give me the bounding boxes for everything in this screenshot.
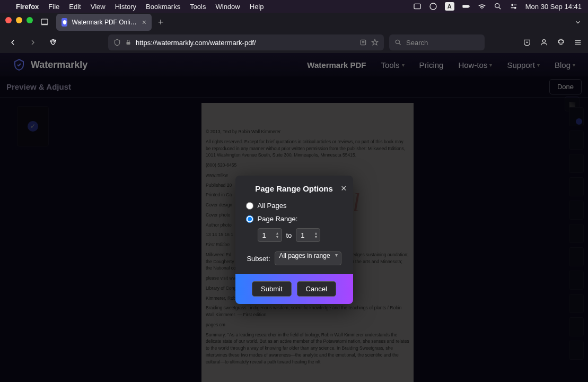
radio-page-range-label: Page Range:: [258, 215, 298, 223]
svg-point-7: [514, 7, 516, 9]
svg-point-4: [495, 4, 499, 8]
nav-support[interactable]: Support▾: [507, 60, 540, 70]
svg-point-18: [542, 40, 545, 42]
browser-urlbar: https://watermarkly.com/watermark-pdf/ S…: [0, 32, 588, 53]
reader-mode-icon[interactable]: [359, 39, 367, 46]
menu-history[interactable]: History: [115, 3, 136, 11]
new-tab-button[interactable]: +: [158, 17, 164, 28]
main-area: ✓ ginal © 2013, Text by Robin Wall Kimme…: [0, 98, 588, 382]
menu-help[interactable]: Help: [250, 3, 264, 11]
brand[interactable]: Watermarkly: [13, 58, 87, 71]
tab-close-button[interactable]: ×: [142, 18, 146, 27]
range-to-value: 1: [301, 231, 304, 239]
window-traffic-lights: [5, 17, 33, 23]
status-input-icon[interactable]: A: [445, 2, 454, 11]
window-close-button[interactable]: [5, 17, 12, 23]
modal-overlay: Page Range Options × All Pages Page Rang…: [0, 98, 588, 382]
modal-close-button[interactable]: ×: [341, 183, 347, 194]
range-from-value: 1: [262, 231, 266, 239]
hamburger-menu-icon[interactable]: [573, 38, 583, 47]
svg-rect-3: [469, 6, 469, 7]
tab-favicon-icon: [62, 18, 67, 27]
menu-window[interactable]: Window: [216, 3, 240, 11]
svg-rect-12: [127, 42, 130, 45]
chevron-down-icon: ▾: [573, 62, 575, 68]
chevron-down-icon: ▾: [537, 62, 540, 68]
menu-file[interactable]: File: [48, 3, 59, 11]
range-to-input[interactable]: 1 ▲▼: [296, 228, 320, 242]
nav-tools[interactable]: Tools▾: [381, 60, 405, 70]
spinner-down-icon[interactable]: ▼: [276, 235, 279, 239]
radio-page-range-input[interactable]: [246, 215, 253, 223]
url-text: https://watermarkly.com/watermark-pdf/: [136, 39, 355, 47]
status-timer-icon[interactable]: [429, 2, 437, 11]
spinner-up-icon[interactable]: ▲: [314, 231, 318, 235]
window-zoom-button[interactable]: [27, 17, 33, 23]
shield-icon[interactable]: [113, 39, 121, 46]
svg-point-1: [430, 3, 436, 10]
menu-view[interactable]: View: [91, 3, 106, 11]
status-wifi-icon[interactable]: [478, 2, 486, 11]
app-header: Watermarkly Watermark PDF Tools▾ Pricing…: [0, 53, 588, 76]
nav-back-button[interactable]: [5, 35, 20, 50]
nav-blog[interactable]: Blog▾: [555, 60, 575, 70]
status-battery-icon[interactable]: [462, 2, 470, 11]
svg-rect-0: [414, 4, 420, 8]
nav-reload-button[interactable]: [46, 35, 60, 50]
page-title: Preview & Adjust: [6, 82, 71, 91]
cancel-button[interactable]: Cancel: [297, 281, 336, 297]
nav-howtos[interactable]: How-tos▾: [458, 60, 492, 70]
spinner-down-icon[interactable]: ▼: [314, 235, 318, 239]
brand-text: Watermarkly: [31, 59, 87, 71]
done-button[interactable]: Done: [549, 79, 582, 94]
radio-all-pages-label: All Pages: [258, 202, 287, 210]
spinner-up-icon[interactable]: ▲: [276, 231, 279, 235]
radio-all-pages[interactable]: All Pages: [246, 202, 343, 210]
macos-menubar: Firefox File Edit View History Bookmarks…: [0, 0, 588, 13]
menubar-datetime[interactable]: Mon 30 Sep 14:41: [525, 3, 582, 11]
url-input[interactable]: https://watermarkly.com/watermark-pdf/: [108, 34, 384, 50]
menu-bookmarks[interactable]: Bookmarks: [146, 3, 180, 11]
status-screenshot-icon[interactable]: [413, 2, 422, 11]
bookmark-star-icon[interactable]: [371, 39, 379, 46]
range-to-label: to: [286, 231, 292, 239]
subset-select[interactable]: All pages in range ▾: [275, 251, 341, 265]
svg-rect-2: [462, 5, 469, 7]
status-control-center-icon[interactable]: [510, 2, 518, 11]
modal-title: Page Range Options: [255, 184, 333, 193]
brand-shield-icon: [13, 58, 25, 71]
radio-page-range[interactable]: Page Range:: [246, 215, 343, 223]
tabs-dropdown-button[interactable]: [574, 19, 582, 26]
menubar-app-name[interactable]: Firefox: [16, 3, 39, 11]
search-placeholder: Search: [406, 39, 428, 47]
pocket-icon[interactable]: [522, 38, 532, 47]
nav-pricing[interactable]: Pricing: [419, 60, 444, 70]
range-from-input[interactable]: 1 ▲▼: [258, 228, 282, 242]
svg-line-5: [499, 7, 501, 9]
subset-value: All pages in range: [279, 252, 330, 259]
tab-title: Watermark PDF Online| Free PD: [72, 19, 137, 26]
nav-watermark-pdf[interactable]: Watermark PDF: [307, 60, 366, 70]
extensions-icon[interactable]: [556, 38, 566, 47]
svg-line-17: [399, 44, 401, 45]
svg-point-16: [396, 40, 399, 44]
lock-icon[interactable]: [125, 39, 131, 46]
page-range-modal: Page Range Options × All Pages Page Rang…: [235, 176, 353, 304]
account-icon[interactable]: [539, 38, 549, 47]
sub-header: Preview & Adjust Done: [0, 76, 588, 98]
status-search-icon[interactable]: [494, 2, 502, 11]
search-icon: [394, 39, 402, 46]
menu-tools[interactable]: Tools: [190, 3, 206, 11]
browser-tab[interactable]: Watermark PDF Online| Free PD ×: [56, 14, 152, 31]
window-minimize-button[interactable]: [16, 17, 22, 23]
browser-tabbar: Watermark PDF Online| Free PD × +: [0, 13, 588, 32]
svg-rect-10: [41, 19, 48, 24]
radio-all-pages-input[interactable]: [246, 202, 253, 210]
chevron-down-icon: ▾: [335, 252, 338, 258]
tab-overview-button[interactable]: [37, 15, 52, 30]
nav-forward-button[interactable]: [25, 35, 40, 50]
chevron-down-icon: ▾: [402, 62, 405, 68]
submit-button[interactable]: Submit: [252, 281, 291, 297]
menu-edit[interactable]: Edit: [69, 3, 81, 11]
search-input[interactable]: Search: [389, 34, 485, 50]
